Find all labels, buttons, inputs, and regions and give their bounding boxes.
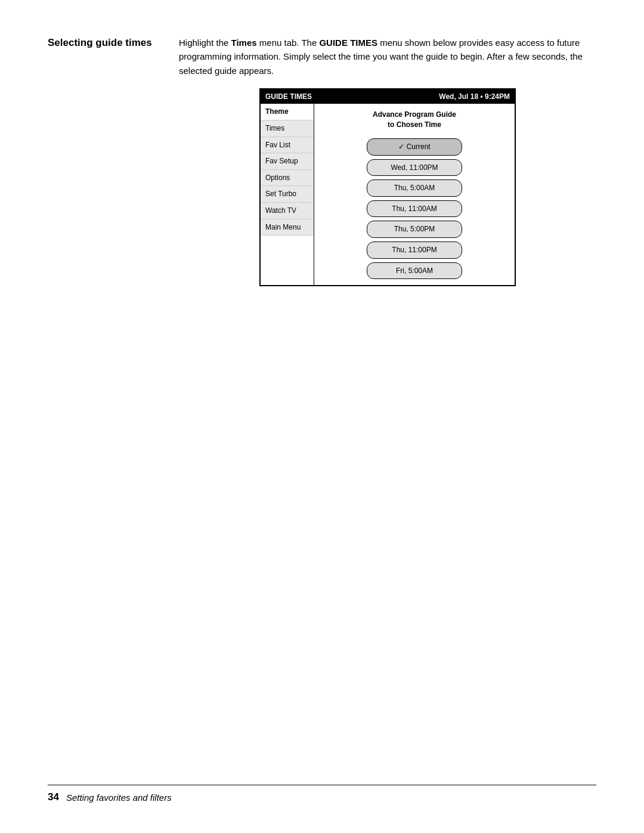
guide-header: GUIDE TIMES Wed, Jul 18 • 9:24PM bbox=[261, 89, 515, 104]
guide-header-datetime: Wed, Jul 18 • 9:24PM bbox=[439, 91, 510, 103]
menu-item-options[interactable]: Options bbox=[261, 170, 314, 187]
body-mid1: menu tab. The bbox=[257, 38, 320, 48]
time-button-thu-11am[interactable]: Thu, 11:00AM bbox=[367, 200, 462, 218]
content-title-line1: Advance Program Guide bbox=[373, 110, 456, 120]
menu-item-setturbo[interactable]: Set Turbo bbox=[261, 186, 314, 203]
menu-item-times[interactable]: Times bbox=[261, 120, 314, 137]
content-section: Selecting guide times Highlight the Time… bbox=[48, 36, 596, 286]
menu-item-favlist[interactable]: Fav List bbox=[261, 137, 314, 154]
body-bold2: GUIDE TIMES bbox=[319, 38, 377, 48]
time-button-fri-5am[interactable]: Fri, 5:00AM bbox=[367, 262, 462, 280]
menu-item-theme[interactable]: Theme bbox=[261, 104, 314, 120]
menu-item-mainmenu[interactable]: Main Menu bbox=[261, 219, 314, 236]
menu-item-favsetup[interactable]: Fav Setup bbox=[261, 153, 314, 170]
page-number: 34 bbox=[48, 791, 59, 803]
time-button-thu-11pm[interactable]: Thu, 11:00PM bbox=[367, 241, 462, 259]
guide-content: Advance Program Guide to Chosen Time ✓ C… bbox=[314, 104, 515, 285]
menu-item-watchtv[interactable]: Watch TV bbox=[261, 203, 314, 219]
guide-body: Theme Times Fav List Fav Setup Options S… bbox=[261, 104, 515, 285]
section-body: Highlight the Times menu tab. The GUIDE … bbox=[179, 36, 596, 286]
guide-ui: GUIDE TIMES Wed, Jul 18 • 9:24PM Theme T… bbox=[259, 88, 516, 286]
guide-menu: Theme Times Fav List Fav Setup Options S… bbox=[261, 104, 314, 285]
body-intro: Highlight the bbox=[179, 38, 231, 48]
time-button-thu-5pm[interactable]: Thu, 5:00PM bbox=[367, 221, 462, 238]
footer-text: Setting favorites and filters bbox=[66, 792, 172, 803]
content-title-line2: to Chosen Time bbox=[373, 120, 456, 130]
section-paragraph: Highlight the Times menu tab. The GUIDE … bbox=[179, 36, 596, 78]
page-container: Selecting guide times Highlight the Time… bbox=[0, 0, 644, 833]
section-title: Selecting guide times bbox=[48, 36, 179, 286]
time-button-current[interactable]: ✓ Current bbox=[367, 138, 462, 156]
section-title-text: Selecting guide times bbox=[48, 37, 152, 48]
guide-content-title: Advance Program Guide to Chosen Time bbox=[373, 110, 456, 130]
body-bold1: Times bbox=[231, 38, 257, 48]
guide-header-title: GUIDE TIMES bbox=[265, 91, 312, 103]
time-button-thu-5am[interactable]: Thu, 5:00AM bbox=[367, 179, 462, 197]
time-button-wed-11pm[interactable]: Wed, 11:00PM bbox=[367, 159, 462, 176]
page-footer: 34 Setting favorites and filters bbox=[48, 785, 596, 803]
